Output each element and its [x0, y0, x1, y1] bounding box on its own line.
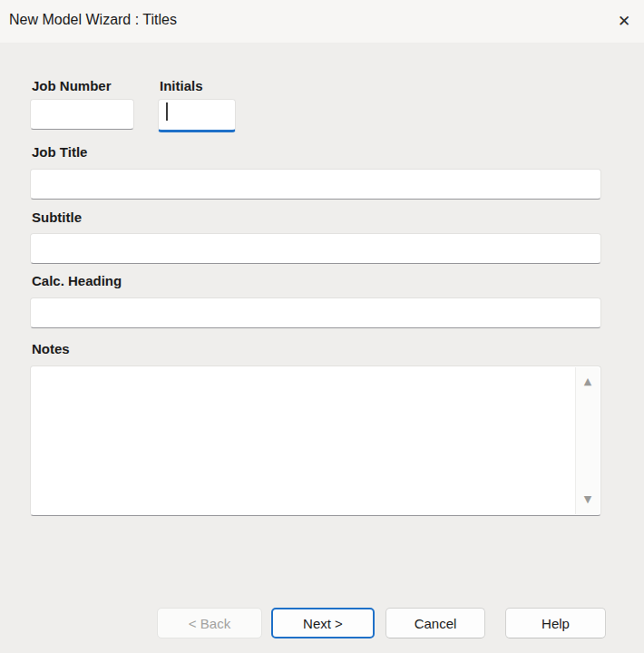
subtitle-label: Subtitle	[32, 210, 82, 225]
scroll-down-icon[interactable]: ▼	[576, 494, 600, 505]
calc-heading-input[interactable]	[30, 297, 601, 328]
initials-input[interactable]	[158, 99, 236, 132]
notes-textarea[interactable]: ▲ ▼	[30, 365, 601, 516]
close-icon: ✕	[618, 12, 630, 30]
title-bar: New Model Wizard : Titles ✕	[0, 0, 644, 43]
notes-label: Notes	[32, 341, 70, 356]
close-button[interactable]: ✕	[608, 5, 640, 37]
job-title-input[interactable]	[30, 169, 601, 200]
job-number-label: Job Number	[32, 78, 112, 93]
window-title: New Model Wizard : Titles	[9, 12, 177, 28]
job-number-input[interactable]	[30, 99, 134, 130]
back-button[interactable]: < Back	[157, 608, 262, 638]
next-button[interactable]: Next >	[271, 608, 375, 638]
notes-scrollbar[interactable]: ▲ ▼	[575, 367, 600, 514]
new-model-wizard-dialog: New Model Wizard : Titles ✕ Job Number I…	[0, 0, 644, 653]
calc-heading-label: Calc. Heading	[32, 273, 122, 288]
subtitle-input[interactable]	[30, 233, 601, 264]
job-title-label: Job Title	[32, 144, 87, 160]
help-button[interactable]: Help	[505, 608, 606, 638]
cancel-button[interactable]: Cancel	[385, 608, 485, 638]
scroll-up-icon[interactable]: ▲	[576, 376, 600, 387]
initials-label: Initials	[160, 78, 203, 93]
